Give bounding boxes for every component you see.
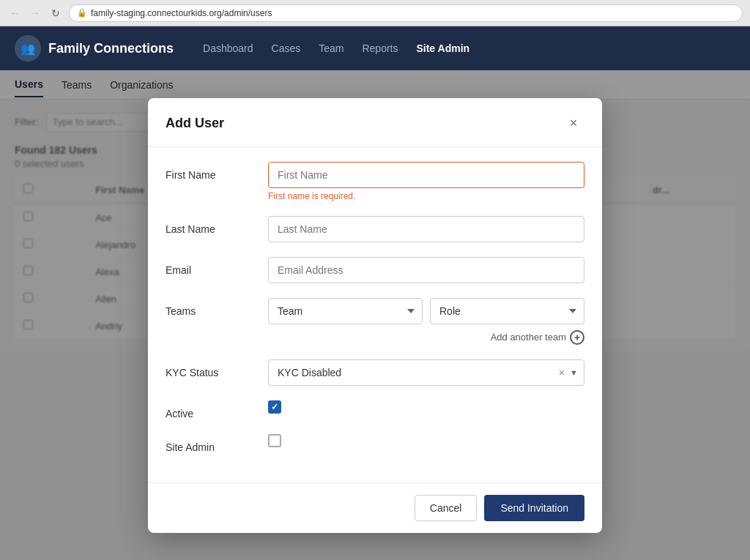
add-team-plus-icon: + [570, 330, 584, 345]
modal-footer: Cancel Send Invitation [148, 482, 602, 533]
nav-site-admin[interactable]: Site Admin [416, 39, 469, 58]
refresh-button[interactable]: ↻ [48, 6, 63, 20]
first-name-field: First name is required. [268, 162, 584, 201]
forward-button[interactable]: → [28, 6, 42, 20]
add-user-modal: Add User × First Name First name is requ… [148, 98, 602, 533]
teams-field: Team Role Add another team + [268, 298, 584, 345]
email-input[interactable] [268, 257, 584, 283]
email-field [268, 257, 584, 283]
last-name-field [268, 216, 584, 242]
nav-reports[interactable]: Reports [362, 39, 398, 58]
site-admin-checkbox[interactable] [268, 434, 281, 447]
modal-overlay: Add User × First Name First name is requ… [0, 70, 750, 560]
last-name-label: Last Name [166, 216, 253, 235]
modal-body: First Name First name is required. Last … [148, 147, 602, 482]
site-admin-row: Site Admin [166, 434, 584, 453]
first-name-error: First name is required. [268, 191, 584, 201]
nav-team[interactable]: Team [319, 39, 344, 58]
logo-icon: 👥 [15, 35, 41, 61]
back-button[interactable]: ← [7, 6, 22, 20]
url-text: family-staging.connectourkids.org/admin/… [91, 8, 272, 18]
kyc-label: KYC Status [166, 359, 253, 378]
active-checkbox[interactable]: ✓ [268, 400, 281, 414]
last-name-input[interactable] [268, 216, 584, 242]
add-another-team-button[interactable]: Add another team + [491, 330, 584, 345]
teams-row: Teams Team Role Add another team + [166, 298, 584, 345]
kyc-status-select[interactable]: KYC Disabled [269, 360, 584, 385]
active-label: Active [166, 400, 253, 419]
first-name-row: First Name First name is required. [166, 162, 584, 201]
app-header: 👥 Family Connections Dashboard Cases Tea… [0, 26, 750, 70]
modal-header: Add User × [148, 98, 602, 147]
browser-bar: ← → ↻ 🔒 family-staging.connectourkids.or… [0, 0, 750, 26]
nav-cases[interactable]: Cases [272, 39, 301, 58]
modal-title: Add User [166, 116, 224, 131]
lock-icon: 🔒 [77, 8, 87, 18]
site-admin-field [268, 434, 584, 447]
send-invitation-button[interactable]: Send Invitation [484, 495, 584, 521]
first-name-input[interactable] [268, 162, 584, 188]
active-field: ✓ [268, 400, 584, 414]
kyc-clear-button[interactable]: × [559, 367, 565, 378]
teams-label: Teams [166, 298, 253, 317]
modal-close-button[interactable]: × [562, 113, 584, 135]
email-label: Email [166, 257, 253, 276]
app-logo: 👥 Family Connections [15, 35, 174, 61]
add-team-label: Add another team [491, 332, 566, 343]
main-nav: Dashboard Cases Team Reports Site Admin [203, 39, 469, 58]
role-select[interactable]: Role [430, 298, 584, 324]
kyc-select-wrapper: KYC Disabled × ▼ [268, 359, 584, 386]
active-row: Active ✓ [166, 400, 584, 419]
email-row: Email [166, 257, 584, 283]
app-name: Family Connections [48, 41, 174, 56]
url-bar: 🔒 family-staging.connectourkids.org/admi… [69, 4, 743, 22]
kyc-row: KYC Status KYC Disabled × ▼ [166, 359, 584, 386]
checkmark-icon: ✓ [271, 402, 278, 412]
first-name-label: First Name [166, 162, 253, 181]
kyc-field: KYC Disabled × ▼ [268, 359, 584, 386]
cancel-button[interactable]: Cancel [415, 495, 478, 521]
last-name-row: Last Name [166, 216, 584, 242]
site-admin-label: Site Admin [166, 434, 253, 453]
nav-dashboard[interactable]: Dashboard [203, 39, 253, 58]
team-select[interactable]: Team [268, 298, 423, 324]
